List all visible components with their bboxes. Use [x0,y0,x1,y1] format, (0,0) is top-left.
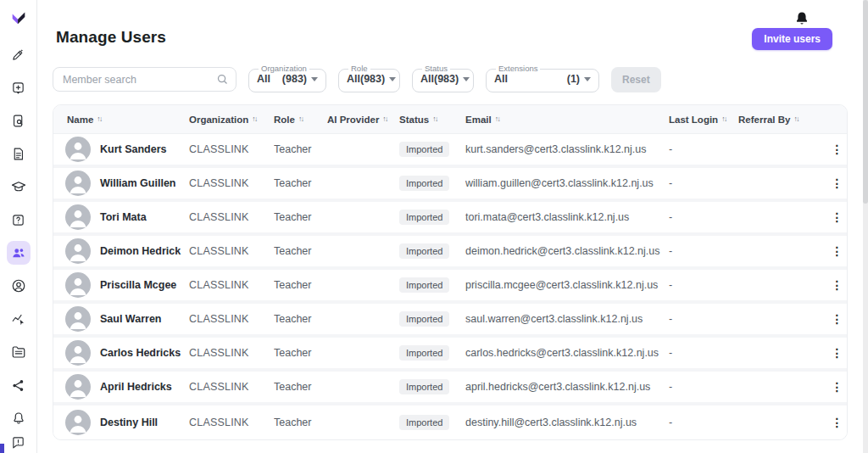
sidebar-item-help[interactable] [7,208,31,232]
app-logo[interactable] [8,8,29,27]
share-icon [11,378,25,393]
main-content: Manage Users Invite users [37,0,853,453]
sidebar-item-add-app[interactable] [7,76,31,99]
sidebar-item-account[interactable] [7,274,31,298]
user-last-login: - [669,143,738,155]
table-row[interactable]: Deimon Hedrick CLASSLINK Teacher Importe… [53,236,847,270]
avatar [65,137,91,162]
sidebar-item-share[interactable] [7,373,31,397]
status-badge: Imported [399,210,449,225]
sort-icon[interactable] [382,115,387,123]
users-icon [11,245,26,260]
sort-icon[interactable] [97,115,102,123]
column-header-email[interactable]: Email [465,115,669,125]
column-header-organization[interactable]: Organization [189,115,274,125]
user-last-login: - [669,211,738,223]
column-header-ai-provider[interactable]: AI Provider [327,115,399,125]
analytics-icon [11,311,26,327]
user-name: Deimon Hedrick [100,245,181,257]
role-filter-count: (983) [360,73,385,85]
reset-filters-button[interactable]: Reset [611,67,661,92]
column-header-role[interactable]: Role [274,115,327,125]
user-email: tori.mata@cert3.classlink.k12.nj.us [465,211,669,223]
organization-filter-select[interactable]: Organization All (983) [248,66,326,92]
sidebar-item-feedback[interactable] [7,430,31,453]
course-icon [11,179,26,194]
sidebar-item-document[interactable] [7,142,31,165]
help-icon [11,213,25,227]
sort-icon[interactable] [793,115,798,123]
chevron-down-icon [389,77,396,81]
sort-icon[interactable] [495,115,500,123]
sort-icon[interactable] [432,115,437,123]
table-row[interactable]: Carlos Hedricks CLASSLINK Teacher Import… [53,338,847,372]
row-actions-menu-icon[interactable] [830,415,845,430]
user-organization: CLASSLINK [189,381,274,393]
table-row[interactable]: Priscilla Mcgee CLASSLINK Teacher Import… [53,270,847,304]
column-header-last-login[interactable]: Last Login [669,115,738,125]
user-organization: CLASSLINK [189,417,274,428]
user-name: William Guillen [100,177,175,189]
user-email: kurt.sanders@cert3.classlink.k12.nj.us [465,143,669,155]
table-row[interactable]: William Guillen CLASSLINK Teacher Import… [53,168,847,202]
scrollbar-thumb[interactable] [863,0,868,204]
sidebar [0,0,37,453]
user-last-login: - [669,279,738,291]
sidebar-item-analytics[interactable] [7,307,31,331]
table-row[interactable]: Kurt Sanders CLASSLINK Teacher Imported … [53,134,847,168]
user-organization: CLASSLINK [189,143,274,155]
member-search-input[interactable] [53,67,236,92]
user-role: Teacher [274,417,327,428]
extensions-filter-select[interactable]: Extensions All (1) [486,66,599,92]
row-actions-menu-icon[interactable] [830,345,845,361]
corner-widget [0,444,4,453]
user-name: April Hedricks [100,381,172,393]
table-row[interactable]: Saul Warren CLASSLINK Teacher Imported s… [53,304,847,338]
avatar [65,410,91,435]
sidebar-item-course[interactable] [7,175,31,199]
table-row[interactable]: April Hedricks CLASSLINK Teacher Importe… [53,372,847,405]
status-badge: Imported [399,311,449,327]
role-filter-label: Role [348,66,370,71]
row-actions-menu-icon[interactable] [830,277,845,293]
user-organization: CLASSLINK [189,279,274,291]
sort-icon[interactable] [298,115,303,123]
status-badge: Imported [399,142,449,157]
table-header-row: Name Organization Role AI Provider Statu… [53,105,847,134]
sidebar-item-device-search[interactable] [7,109,31,132]
organization-filter-label: Organization [259,66,309,71]
user-last-login: - [669,177,738,189]
sort-icon[interactable] [721,115,726,123]
row-actions-menu-icon[interactable] [830,210,845,225]
sidebar-item-users[interactable] [7,241,31,265]
sidebar-item-folder[interactable] [7,340,31,364]
user-last-login: - [669,417,738,428]
status-filter-value: All [420,73,434,85]
vertical-scrollbar[interactable] [863,0,868,453]
feedback-icon [11,435,25,450]
device-search-icon [11,114,25,128]
column-header-status[interactable]: Status [399,115,465,125]
sort-icon[interactable] [252,115,257,123]
avatar [65,272,91,298]
row-actions-menu-icon[interactable] [830,243,845,259]
invite-users-button[interactable]: Invite users [752,28,832,50]
row-actions-menu-icon[interactable] [830,176,845,191]
row-actions-menu-icon[interactable] [830,142,845,157]
notification-bell-icon[interactable] [793,10,810,27]
role-filter-select[interactable]: Role All (983) [338,66,400,92]
status-filter-select[interactable]: Status All (983) [412,66,474,92]
table-row[interactable]: Destiny Hill CLASSLINK Teacher Imported … [53,405,847,439]
avatar [65,306,91,332]
status-badge: Imported [399,345,449,361]
sidebar-item-ai-pen[interactable] [7,42,31,66]
user-email: carlos.hedricks@cert3.classlink.k12.nj.u… [465,347,669,359]
table-row[interactable]: Tori Mata CLASSLINK Teacher Imported tor… [53,202,847,236]
sidebar-item-bell-outline[interactable] [7,406,31,430]
row-actions-menu-icon[interactable] [830,379,845,394]
user-name: Kurt Sanders [100,143,167,155]
avatar [65,204,91,230]
column-header-referral-by[interactable]: Referral By [738,115,827,125]
row-actions-menu-icon[interactable] [830,311,845,327]
column-header-name[interactable]: Name [53,115,189,125]
